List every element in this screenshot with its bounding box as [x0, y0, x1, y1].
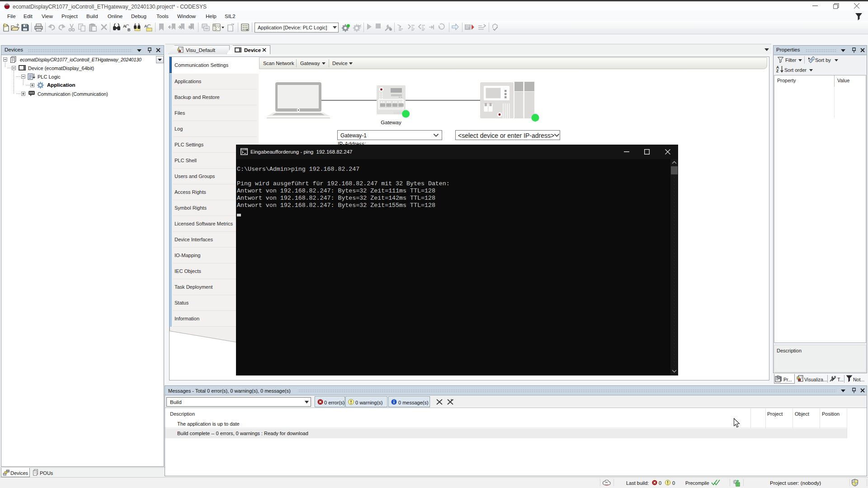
svg-text:A: A	[144, 24, 147, 28]
svg-text:B: B	[127, 28, 131, 32]
